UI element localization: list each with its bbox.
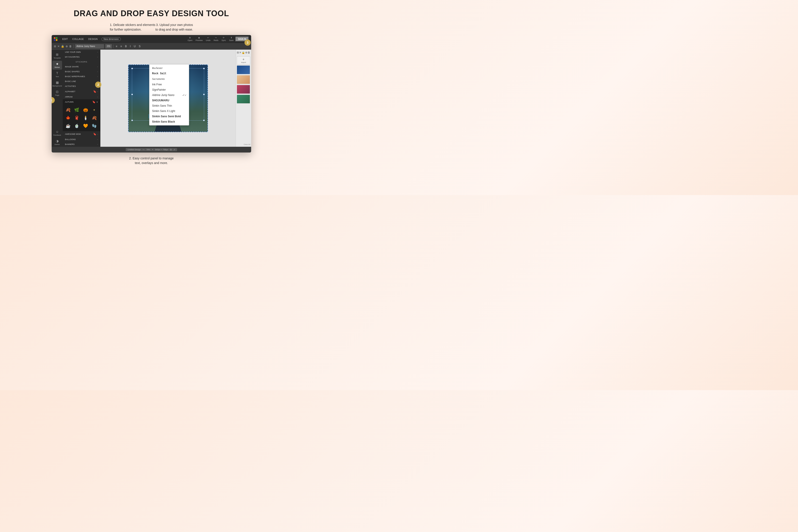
right-action-1[interactable]: ⊞ xyxy=(237,51,239,54)
section-autumn-header[interactable]: AUTUMN 🔖 ∨ xyxy=(63,99,100,104)
expand-button[interactable]: ⤢ xyxy=(174,149,175,151)
font-option-ink-free[interactable]: Ink Free xyxy=(149,82,189,87)
status-bar: Untitled design — 78% + 940px × 788px ⊡ … xyxy=(52,147,251,152)
sticker-item[interactable]: ✦ xyxy=(91,107,98,114)
sticker-item[interactable]: 🧤 xyxy=(91,122,98,130)
action-preview[interactable]: ◉ Preview xyxy=(195,37,203,41)
import-button[interactable]: + Import xyxy=(237,56,250,64)
toolbar-copy-icon[interactable]: ⊕ xyxy=(65,44,68,48)
sel-handle-tr[interactable] xyxy=(203,68,205,69)
action-open[interactable]: ⊞ Open xyxy=(188,37,192,41)
sticker-item[interactable]: 🍁 xyxy=(64,114,72,121)
basic-wireframes-chevron: › xyxy=(97,76,98,78)
sidebar-item-feedback[interactable]: ☺ Feedback xyxy=(52,129,62,137)
section-arrow[interactable]: ARROW › xyxy=(63,94,100,99)
zoom-in-button[interactable]: + xyxy=(152,149,153,151)
bottom-annotations: 2. Easy control panel to managetext, ove… xyxy=(129,152,174,168)
action-undo[interactable]: ↩ Undo xyxy=(206,37,211,41)
strikethrough-button[interactable]: S xyxy=(138,44,141,48)
sticker-item[interactable]: 🍂 xyxy=(64,107,72,114)
italic-button[interactable]: I xyxy=(129,44,131,48)
logo-sq-green xyxy=(56,37,57,39)
sticker-item[interactable]: 🧣 xyxy=(73,114,80,121)
section-awesome-mom[interactable]: AWESOME MOM 🔖 › xyxy=(63,131,100,137)
font-size-input[interactable] xyxy=(105,44,112,49)
section-basic-shapes[interactable]: BASIC SHAPES › xyxy=(63,69,100,74)
section-alphabet[interactable]: ALPHABET 🔖 › xyxy=(63,89,100,94)
sticker-item[interactable]: 🌿 xyxy=(73,107,80,114)
favorites-label: MY FAVORITES xyxy=(65,56,80,58)
font-option-signup[interactable]: SignPainter xyxy=(149,87,189,92)
sidebar-item-sticker[interactable]: ★ Sticker xyxy=(52,61,62,70)
use-own-chevron: › xyxy=(97,51,98,53)
right-action-5[interactable]: 🗑 xyxy=(248,51,250,54)
font-name-input[interactable] xyxy=(75,44,104,49)
thumb-2[interactable] xyxy=(237,75,250,84)
font-option-sinkin-black[interactable]: Sinkin Sans Black xyxy=(149,119,189,125)
sel-handle-br[interactable] xyxy=(203,120,205,121)
sidebar-item-template[interactable]: ⊞ Template xyxy=(52,52,62,60)
thumb-1[interactable] xyxy=(237,65,250,74)
section-activities[interactable]: ACTIVITIES › xyxy=(63,84,100,89)
nav-edit[interactable]: EDIT xyxy=(61,37,69,41)
section-balloons[interactable]: BALLOONS › xyxy=(63,137,100,142)
sidebar-item-page[interactable]: ⊡ Page xyxy=(52,89,62,97)
sticker-item[interactable]: 🍂 xyxy=(91,114,98,121)
font-dropdown[interactable]: Rochester Rock Salt Sacramento Ink Free … xyxy=(149,64,189,126)
sidebar-item-text[interactable]: T Text xyxy=(52,70,62,79)
alphabet-bookmark: 🔖 xyxy=(93,90,96,93)
nav-collage[interactable]: COLLAGE xyxy=(71,37,85,41)
thumb-4[interactable] xyxy=(237,95,250,103)
toolbar-grid-icon[interactable]: ⊞ xyxy=(53,44,57,48)
sticker-item[interactable]: 🕯️ xyxy=(82,114,89,121)
sticker-use-own[interactable]: USE YOUR OWN › xyxy=(63,50,100,55)
section-basic-line[interactable]: BASIC LINE › xyxy=(63,79,100,84)
sel-handle-tl[interactable] xyxy=(131,68,133,69)
font-option-aldrich[interactable]: Aldrine Juniy Nano ✓ xyxy=(149,92,189,98)
bold-button[interactable]: B xyxy=(124,44,128,48)
sel-handle-mr[interactable] xyxy=(203,94,205,95)
toolbar-x-icon[interactable]: ✕ xyxy=(57,44,60,48)
section-image-shape[interactable]: IMAGE SHAPE › xyxy=(63,64,100,69)
sticker-item[interactable]: 🎃 xyxy=(82,107,89,114)
import-icon: + xyxy=(238,57,249,61)
sticker-item[interactable]: 🍵 xyxy=(73,122,80,130)
toolbar-trash-icon[interactable]: 🗑 xyxy=(69,44,72,48)
sticker-item[interactable]: 🧡 xyxy=(82,122,89,130)
sel-handle-bl[interactable] xyxy=(131,120,133,121)
font-option-sinkin-light[interactable]: Sinkin Sans X Light xyxy=(149,108,189,114)
sticker-item[interactable]: ☕ xyxy=(64,122,72,130)
font-option-shojumaru[interactable]: SHOJUMARU xyxy=(149,98,189,103)
sel-handle-ml[interactable] xyxy=(131,94,133,95)
section-basic-wireframes[interactable]: BASIC WIREFRAMES › xyxy=(63,74,100,79)
font-option-rochester[interactable]: Rochester xyxy=(149,65,189,71)
align-center-button[interactable]: ≡ xyxy=(119,44,123,48)
right-action-3[interactable]: 🔒 xyxy=(242,51,245,54)
align-left-button[interactable]: ≡ xyxy=(115,44,118,48)
section-banners[interactable]: BANNERS › xyxy=(63,142,100,147)
zoom-out-button[interactable]: — xyxy=(142,149,145,151)
font-option-sinkin-thin[interactable]: Sinkin Sans Thin xyxy=(149,103,189,108)
sidebar-label-background: Background xyxy=(53,85,62,87)
toolbar-lock-icon[interactable]: 🔒 xyxy=(60,44,65,48)
background-icon: ▦ xyxy=(56,81,59,84)
thumb-3[interactable] xyxy=(237,85,250,94)
right-action-2[interactable]: ✕ xyxy=(239,51,241,54)
nav-design[interactable]: DESIGN xyxy=(87,37,99,41)
zoom-level: 78% xyxy=(146,149,150,151)
sidebar-item-darker[interactable]: ◑ Darker xyxy=(52,138,62,147)
font-option-sinkin-semi[interactable]: Sinkin Sans Semi Bold xyxy=(149,114,189,119)
action-redo[interactable]: ↪ Redo xyxy=(214,37,218,41)
sticker-favorites[interactable]: MY FAVORITES › xyxy=(63,55,100,59)
underline-button[interactable]: U xyxy=(133,44,136,48)
darker-icon: ◑ xyxy=(56,139,58,143)
new-dimension-button[interactable]: New dimension xyxy=(101,37,120,41)
action-sync[interactable]: ⟳ Sync xyxy=(222,37,226,41)
fit-screen-button[interactable]: ⊡ xyxy=(170,149,172,151)
font-option-rock-salt[interactable]: Rock Salt xyxy=(149,71,189,76)
font-option-sacramento[interactable]: Sacramento xyxy=(149,76,189,82)
clear-all-button[interactable]: Clear All xyxy=(237,144,250,146)
action-save[interactable]: ⬆ Save xyxy=(229,37,234,41)
right-action-4[interactable]: ⊕ xyxy=(245,51,247,54)
sidebar-item-background[interactable]: ▦ Background xyxy=(52,79,62,88)
